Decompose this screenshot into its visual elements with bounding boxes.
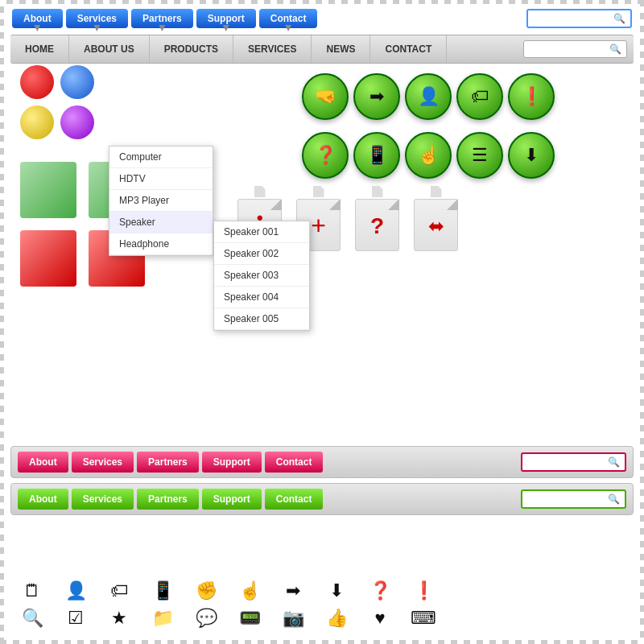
sticky-red[interactable] (20, 230, 76, 287)
arrow-right-icon[interactable]: ➡ (281, 580, 305, 601)
speaker-003[interactable]: Speaker 003 (214, 265, 309, 287)
person-icon[interactable]: 👤 (64, 580, 88, 601)
pink-contact[interactable]: Contact (265, 452, 324, 473)
gray-nav-products[interactable]: PRODUCTS (150, 35, 233, 63)
speaker-001[interactable]: Speaker 001 (214, 221, 309, 243)
green-circle-exclaim[interactable]: ❗ (508, 73, 555, 120)
circle-red[interactable] (20, 65, 54, 99)
doc-question[interactable]: ? (355, 199, 399, 251)
green-circle-download[interactable]: ⬇ (508, 132, 555, 179)
speakers-dropdown: Speaker 001 Speaker 002 Speaker 003 Spea… (213, 221, 310, 331)
bottom-navbars: About Services Partners Support Contact … (10, 446, 634, 515)
speaker-002[interactable]: Speaker 002 (214, 243, 309, 265)
gray-nav-home[interactable]: HOME (10, 35, 69, 63)
blue-search-icon[interactable]: 🔍 (613, 13, 625, 24)
gray-search-icon[interactable]: 🔍 (609, 43, 621, 55)
keyboard-icon[interactable]: ⌨ (411, 608, 436, 629)
green-circle-question[interactable]: ❓ (302, 132, 349, 179)
tag-icon[interactable]: 🏷 (107, 580, 131, 601)
icon-section: 🗒 👤 🏷 📱 ✊ ☝ ➡ ⬇ ❓ ❗ 🔍 ☑ ★ 📁 💬 📟 📷 👍 ♥ ⌨ (12, 577, 632, 632)
pink-search-icon[interactable]: 🔍 (608, 456, 620, 468)
gray-nav-contact[interactable]: CONTACT (370, 35, 447, 63)
green-circle-person[interactable]: 👤 (405, 73, 452, 120)
product-computer[interactable]: Computer (109, 147, 213, 168)
doc-arrow[interactable]: ⬌ (414, 199, 458, 251)
chat-icon[interactable]: 💬 (194, 608, 218, 629)
gray-nav-aboutus[interactable]: ABOUT US (69, 35, 150, 63)
product-mp3[interactable]: MP3 Player (109, 190, 213, 212)
green-circle-tag[interactable]: 🏷 (456, 73, 503, 120)
folder-icon[interactable]: 📁 (151, 608, 175, 629)
pink-about[interactable]: About (18, 452, 68, 473)
gray-search-input[interactable] (529, 43, 609, 55)
green-circle-list[interactable]: ☰ (456, 132, 503, 179)
doc-lines-icon[interactable]: 🗒 (20, 580, 44, 601)
thumbsup-icon[interactable]: 👍 (324, 608, 349, 629)
product-hdtv[interactable]: HDTV (109, 168, 213, 190)
pink-support[interactable]: Support (202, 452, 262, 473)
product-speaker[interactable]: Speaker (109, 212, 213, 233)
circle-purple[interactable] (60, 105, 94, 139)
lime-about[interactable]: About (18, 489, 68, 510)
blue-nav-services[interactable]: Services (66, 9, 128, 28)
pointer-icon[interactable]: ☝ (237, 580, 262, 601)
main-content: Computer HDTV MP3 Player Speaker Headpho… (4, 65, 640, 419)
exclaim-icon[interactable]: ❗ (411, 580, 436, 601)
products-dropdown: Computer HDTV MP3 Player Speaker Headpho… (109, 146, 213, 256)
green-circle-mobile[interactable]: 📱 (353, 132, 400, 179)
checkmark-icon[interactable]: ☑ (64, 608, 88, 629)
speaker-005[interactable]: Speaker 005 (214, 308, 309, 330)
green-circles-area: 🤜 ➡ 👤 🏷 ❗ ❓ 📱 ☝ ☰ ⬇ (302, 73, 555, 184)
green-circle-pointer[interactable]: ☝ (405, 132, 452, 179)
mobile-icon[interactable]: 📱 (151, 580, 175, 601)
question-icon[interactable]: ❓ (368, 580, 392, 601)
search-icon[interactable]: 🔍 (20, 608, 44, 629)
lime-services[interactable]: Services (72, 489, 134, 510)
star-icon[interactable]: ★ (107, 608, 131, 629)
heart-icon[interactable]: ♥ (368, 608, 392, 629)
pink-navbar: About Services Partners Support Contact … (10, 446, 634, 478)
green-circle-hand[interactable]: 🤜 (302, 73, 349, 120)
sticky-green[interactable] (20, 162, 76, 218)
blue-search-box: 🔍 (526, 9, 632, 28)
blue-nav-contact[interactable]: Contact (259, 9, 318, 28)
gray-search-box: 🔍 (523, 40, 627, 58)
lime-partners[interactable]: Partners (137, 489, 199, 510)
download-icon[interactable]: ⬇ (324, 580, 349, 601)
pink-services[interactable]: Services (72, 452, 134, 473)
phone-icon[interactable]: 📟 (237, 608, 262, 629)
blue-nav-about[interactable]: About (12, 9, 63, 28)
lime-contact[interactable]: Contact (265, 489, 324, 510)
pink-search: 🔍 (521, 452, 626, 472)
lime-navbar: About Services Partners Support Contact … (10, 483, 634, 515)
blue-search-input[interactable] (533, 13, 613, 24)
product-headphone[interactable]: Headphone (109, 233, 213, 255)
gray-nav-services[interactable]: SERVICES (233, 35, 312, 63)
circle-blue[interactable] (60, 65, 94, 99)
lime-support[interactable]: Support (202, 489, 262, 510)
fist-icon[interactable]: ✊ (194, 580, 218, 601)
speaker-004[interactable]: Speaker 004 (214, 287, 309, 308)
camera-icon[interactable]: 📷 (281, 608, 305, 629)
green-circle-arrow[interactable]: ➡ (353, 73, 400, 120)
icon-row-1: 🗒 👤 🏷 📱 ✊ ☝ ➡ ⬇ ❓ ❗ (12, 577, 632, 605)
lime-search: 🔍 (521, 489, 626, 509)
blue-nav-support[interactable]: Support (196, 9, 256, 28)
blue-nav-partners[interactable]: Partners (131, 9, 193, 28)
circle-yellow[interactable] (20, 105, 54, 139)
blue-navbar: About Services Partners Support Contact … (4, 4, 640, 33)
icon-row-2: 🔍 ☑ ★ 📁 💬 📟 📷 👍 ♥ ⌨ (12, 605, 632, 632)
pink-partners[interactable]: Partners (137, 452, 199, 473)
gray-navbar: HOME ABOUT US PRODUCTS SERVICES NEWS CON… (10, 35, 634, 64)
gray-nav-news[interactable]: NEWS (312, 35, 370, 63)
pink-search-input[interactable] (527, 456, 608, 468)
color-circles (20, 65, 94, 139)
lime-search-input[interactable] (527, 493, 608, 505)
lime-search-icon[interactable]: 🔍 (608, 493, 620, 505)
